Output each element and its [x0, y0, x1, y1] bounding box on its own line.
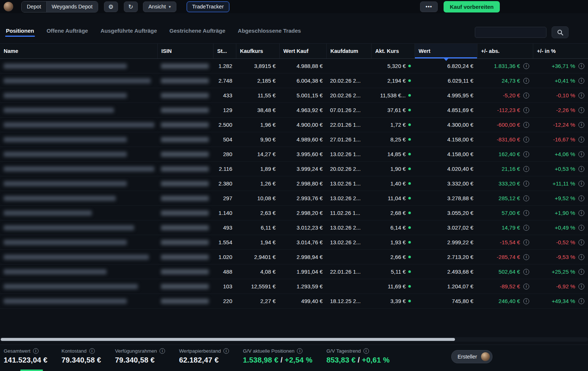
column-header-abs[interactable]: +/- abs. — [477, 44, 533, 58]
info-icon[interactable]: i — [297, 348, 302, 354]
search-button[interactable] — [552, 26, 569, 38]
info-icon[interactable]: i — [578, 225, 584, 231]
isin-cell — [157, 73, 213, 88]
info-icon[interactable]: i — [578, 195, 584, 201]
info-icon[interactable]: i — [523, 78, 529, 84]
table-row[interactable]: 2.7482,185 €6.004,38 €20.02.26 2...2,194… — [0, 73, 588, 88]
info-icon[interactable]: i — [363, 348, 369, 354]
info-icon[interactable]: i — [523, 269, 529, 275]
user-avatar[interactable] — [4, 2, 13, 11]
table-row[interactable]: 4884,08 €1.991,04 €22.01.26 1...5,11 €2.… — [0, 264, 588, 279]
app-window: Depot Weygands Depot ⚙ ↻ Ansicht ▾ Trade… — [0, 0, 588, 309]
info-icon[interactable]: i — [523, 63, 529, 69]
tab-ausgefuhrte-auftrage[interactable]: Ausgeführte Aufträge — [100, 25, 158, 37]
table-row[interactable]: 4936,11 €3.012,23 €13.02.26 2...6,14 €3.… — [0, 220, 588, 235]
settings-button[interactable]: ⚙ — [104, 1, 118, 12]
redacted-isin — [161, 181, 209, 186]
table-row[interactable]: 28014,27 €3.995,60 €13.02.26 1...14,85 €… — [0, 147, 588, 162]
tab-abgeschlossene-trades[interactable]: Abgeschlossene Trades — [237, 25, 302, 37]
table-row[interactable]: 29710,08 €2.993,76 €13.02.26 2...11,04 €… — [0, 191, 588, 206]
search-input[interactable] — [475, 27, 546, 38]
more-button[interactable]: ••• — [420, 1, 438, 12]
column-header-st[interactable]: St... — [213, 44, 236, 58]
info-icon[interactable]: i — [578, 63, 584, 69]
info-icon[interactable]: i — [523, 151, 529, 157]
column-header-in[interactable]: +/- in % — [533, 44, 588, 58]
refresh-button[interactable]: ↻ — [124, 1, 138, 12]
info-icon[interactable]: i — [89, 348, 95, 354]
info-icon[interactable]: i — [523, 122, 529, 128]
table-row[interactable]: 2.5001,96 €4.900,00 €22.01.26 1...1,72 €… — [0, 118, 588, 132]
info-icon[interactable]: i — [578, 210, 584, 216]
info-icon[interactable]: i — [578, 269, 584, 275]
info-icon[interactable]: i — [578, 284, 584, 289]
table-row[interactable]: 2202,27 €499,40 €18.12.25 2...3,39 €745,… — [0, 294, 588, 309]
info-icon[interactable]: i — [578, 298, 584, 304]
ansicht-dropdown[interactable]: Ansicht ▾ — [143, 1, 176, 12]
tradetracker-button[interactable]: TradeTracker — [187, 1, 229, 12]
name-cell — [0, 250, 157, 264]
info-icon[interactable]: i — [33, 348, 39, 354]
depot-button[interactable]: Depot — [22, 1, 46, 12]
shares-cell: 220 — [213, 294, 236, 308]
info-icon[interactable]: i — [578, 166, 584, 172]
table-row[interactable]: 2.3801,26 €2.998,80 €13.02.26 1...1,40 €… — [0, 176, 588, 191]
column-header-akt-kurs[interactable]: Akt. Kurs — [371, 44, 415, 58]
column-header-wert-kauf[interactable]: Wert Kauf — [279, 44, 326, 58]
table-row[interactable]: 2.1161,89 €3.999,24 €20.02.26 2...1,90 €… — [0, 162, 588, 176]
info-icon[interactable]: i — [578, 137, 584, 143]
info-icon[interactable]: i — [523, 298, 529, 304]
pl-abs-cell: -831,60 €i — [477, 132, 533, 147]
info-icon[interactable]: i — [523, 181, 529, 187]
tab-positionen[interactable]: Positionen — [5, 25, 35, 37]
info-icon[interactable]: i — [578, 122, 584, 128]
info-icon[interactable]: i — [578, 107, 584, 113]
info-icon[interactable]: i — [159, 348, 165, 354]
info-icon[interactable]: i — [578, 254, 584, 260]
column-header-wert[interactable]: Wert — [415, 44, 477, 58]
tab-offene-auftrage[interactable]: Offene Aufträge — [46, 25, 89, 37]
table-row[interactable]: 1.2823,8915 €4.988,88 €5,320 €6.820,24 €… — [0, 59, 588, 73]
column-header-label: Kaufkurs — [240, 48, 263, 54]
column-header-isin[interactable]: ISIN — [157, 44, 213, 58]
info-icon[interactable]: i — [578, 181, 584, 187]
info-icon[interactable]: i — [578, 93, 584, 98]
tab-gestrichene-auftrage[interactable]: Gestrichene Aufträge — [169, 25, 226, 37]
table-row[interactable]: 10312,5591 €1.293,59 €11,69 €1.204,07 €-… — [0, 279, 588, 294]
current-price-cell: 2,68 € — [371, 206, 415, 220]
buy-value-cell: 499,40 € — [279, 294, 326, 308]
table-row[interactable]: 1.1402,63 €2.998,20 €11.02.26 1...2,68 €… — [0, 206, 588, 220]
info-icon[interactable]: i — [523, 93, 529, 98]
table-row[interactable]: 12938,48 €4.963,92 €07.01.26 2...37,61 €… — [0, 103, 588, 118]
horizontal-scrollbar[interactable] — [0, 337, 588, 342]
info-icon[interactable]: i — [523, 107, 529, 113]
buy-value-cell: 2.993,76 € — [279, 191, 326, 205]
column-header-kaufdatum[interactable]: Kaufdatum — [326, 44, 371, 58]
info-icon[interactable]: i — [578, 151, 584, 157]
status-label: G/V Tagestrendi — [326, 348, 390, 354]
info-icon[interactable]: i — [523, 137, 529, 143]
column-header-name[interactable]: Name — [0, 44, 157, 58]
info-icon[interactable]: i — [523, 210, 529, 216]
current-price-cell: 37,61 € — [371, 103, 415, 117]
info-icon[interactable]: i — [223, 348, 229, 354]
buy-button[interactable]: Kauf vorbereiten — [444, 1, 500, 12]
info-icon[interactable]: i — [523, 225, 529, 231]
info-icon[interactable]: i — [578, 239, 584, 245]
table-row[interactable]: 43311,55 €5.001,15 €20.02.26 2...11,538 … — [0, 88, 588, 103]
ersteller-button[interactable]: Ersteller — [451, 350, 492, 363]
info-icon[interactable]: i — [523, 239, 529, 245]
column-header-kaufkurs[interactable]: Kaufkurs — [236, 44, 279, 58]
buy-price-cell: 1,96 € — [236, 118, 279, 132]
shares-cell: 1.554 — [213, 235, 236, 249]
info-icon[interactable]: i — [523, 166, 529, 172]
table-row[interactable]: 1.5541,94 €3.014,76 €13.02.26 2...1,93 €… — [0, 235, 588, 250]
depot-name-button[interactable]: Weygands Depot — [46, 1, 98, 12]
info-icon[interactable]: i — [578, 78, 584, 84]
scrollbar-thumb[interactable] — [1, 338, 455, 341]
info-icon[interactable]: i — [523, 284, 529, 289]
info-icon[interactable]: i — [523, 254, 529, 260]
table-row[interactable]: 1.0202,9401 €2.998,94 €2,66 €2.713,20 €-… — [0, 250, 588, 264]
info-icon[interactable]: i — [523, 195, 529, 201]
table-row[interactable]: 5049,90 €4.989,60 €27.01.26 1...8,25 €4.… — [0, 132, 588, 147]
